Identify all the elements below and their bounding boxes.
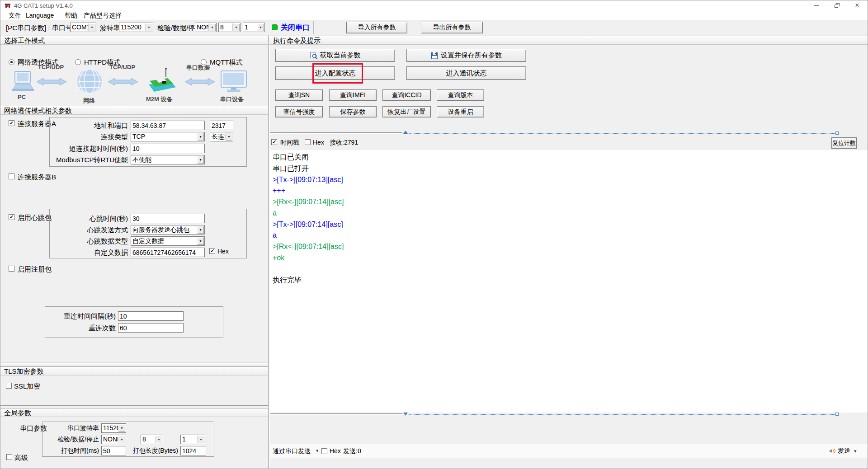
net-params-caption: 网络透传模式相关参数: [0, 106, 268, 115]
query-signal-button[interactable]: 查信号强度: [275, 106, 323, 117]
server-port-input[interactable]: 2317: [210, 121, 233, 130]
modbus-select[interactable]: 不使能 ▼: [131, 155, 205, 164]
hb-mode-select[interactable]: 向服务器发送心跳包 ▼: [131, 225, 205, 234]
send-via-serial-button[interactable]: 通过串口发送: [273, 447, 311, 455]
send-hex-label[interactable]: Hex: [330, 447, 341, 455]
hb-type-select[interactable]: 自定义数据 ▼: [131, 236, 205, 246]
reset-count-button[interactable]: 复位计数: [831, 137, 857, 149]
baud-select[interactable]: 115200 ▼: [119, 23, 153, 32]
databits-select[interactable]: 8 ▼: [218, 23, 241, 32]
reconnect-interval-input[interactable]: 10: [118, 311, 184, 321]
advanced-checkbox[interactable]: [6, 454, 12, 460]
send-hex-checkbox[interactable]: [321, 448, 327, 454]
chevron-down-icon[interactable]: ▼: [118, 424, 125, 432]
log-hex-checkbox[interactable]: [305, 139, 311, 145]
factory-reset-button[interactable]: 恢复出厂设置: [382, 106, 431, 117]
conn-type-select[interactable]: TCP ▼: [131, 132, 205, 141]
g-baud-select[interactable]: 115200 ▼: [101, 423, 126, 433]
short-timeout-input[interactable]: 10: [131, 144, 205, 153]
set-save-params-button[interactable]: 设置并保存所有参数: [406, 49, 526, 62]
query-sn-button[interactable]: 查询SN: [275, 89, 323, 101]
log-line: >[Rx<-][09:07:14][asc]: [273, 241, 868, 253]
close-serial-button[interactable]: 关闭串口: [281, 23, 310, 33]
splitter-end-box[interactable]: [835, 131, 839, 135]
log-hex-label[interactable]: Hex: [313, 139, 324, 146]
pack-len-input[interactable]: 1024: [180, 446, 206, 455]
com-port-select[interactable]: COM10 ▼: [70, 23, 96, 32]
menu-language[interactable]: Language: [26, 12, 54, 19]
chevron-down-icon[interactable]: ▼: [145, 23, 152, 31]
advanced-label[interactable]: 高级: [14, 454, 28, 462]
menu-product-select[interactable]: 产品型号选择: [84, 12, 122, 20]
hb-hex-label[interactable]: Hex: [217, 248, 229, 255]
g-stopbits-select[interactable]: 1 ▼: [180, 435, 205, 444]
close-button[interactable]: ×: [850, 0, 864, 10]
chevron-down-icon[interactable]: ▼: [232, 23, 240, 31]
save-params-button[interactable]: 保存参数: [329, 106, 377, 117]
g-databits-select[interactable]: 8 ▼: [141, 435, 163, 444]
server-b-checkbox[interactable]: [9, 174, 14, 179]
chevron-down-icon[interactable]: ▼: [197, 156, 204, 164]
arrow-icon: [185, 77, 215, 86]
splitter-bottom[interactable]: [270, 413, 402, 415]
arrow-icon: [37, 77, 66, 86]
hb-data-input[interactable]: 686561727462656174: [131, 248, 205, 257]
serial-status-dot: [272, 24, 278, 30]
hb-time-input[interactable]: 30: [131, 214, 205, 223]
radio-label-mqtt[interactable]: MQTT模式: [210, 58, 243, 67]
menu-help[interactable]: 帮助: [65, 12, 77, 20]
splitter-top[interactable]: [270, 132, 402, 134]
exec-caption: 执行命令及提示: [269, 36, 868, 45]
restore-button[interactable]: [830, 0, 844, 10]
splitter-arrow-icon[interactable]: [403, 413, 408, 416]
menu-file[interactable]: 文件: [9, 12, 21, 20]
chevron-down-icon[interactable]: ▼: [208, 23, 216, 31]
import-params-button[interactable]: 导入所有参数: [346, 22, 407, 33]
chevron-down-icon[interactable]: ▼: [197, 133, 204, 141]
minimize-button[interactable]: [810, 0, 823, 10]
g-parity-select[interactable]: NONE ▼: [101, 435, 126, 444]
export-params-button[interactable]: 导出所有参数: [421, 22, 483, 33]
enter-comm-button[interactable]: 进入通讯状态: [406, 66, 526, 80]
chevron-down-icon[interactable]: ▼: [155, 436, 162, 443]
get-params-button[interactable]: 获取当前参数: [275, 49, 395, 62]
server-b-label[interactable]: 连接服务器B: [18, 173, 56, 182]
radio-mode-transparent[interactable]: [9, 59, 14, 65]
radio-mode-httpd[interactable]: [75, 59, 81, 65]
ssl-checkbox[interactable]: [6, 383, 12, 389]
query-iccid-button[interactable]: 查询ICCID: [382, 89, 431, 101]
send-bar: 通过串口发送 ▾ Hex 发送:0 发送 ▾: [269, 444, 868, 458]
stopbits-select[interactable]: 1 ▼: [243, 23, 265, 32]
chevron-down-icon[interactable]: ▼: [197, 226, 204, 234]
chevron-down-icon[interactable]: ▼: [118, 436, 125, 443]
chevron-down-icon[interactable]: ▼: [225, 133, 232, 141]
regpack-label[interactable]: 启用注册包: [18, 265, 52, 274]
chevron-down-icon[interactable]: ▼: [257, 23, 264, 31]
timestamp-checkbox[interactable]: ✔: [271, 139, 277, 145]
server-a-checkbox[interactable]: ✔: [9, 120, 14, 126]
chevron-down-icon[interactable]: ▼: [197, 436, 204, 443]
timestamp-label[interactable]: 时间戳: [280, 139, 299, 147]
splitter-arrow-icon[interactable]: [403, 131, 408, 134]
log-line: 串口已关闭: [273, 152, 868, 163]
chevron-down-icon[interactable]: ▼: [88, 23, 95, 31]
keepalive-select[interactable]: 长连接 ▼: [210, 132, 233, 141]
server-addr-input[interactable]: 58.34.63.87: [131, 121, 205, 130]
parity-select[interactable]: NONE ▼: [195, 23, 217, 32]
chevron-down-icon[interactable]: ▼: [197, 237, 204, 245]
regpack-checkbox[interactable]: [9, 266, 14, 272]
query-version-button[interactable]: 查询版本: [437, 89, 484, 101]
hb-hex-checkbox[interactable]: ✔: [209, 248, 215, 254]
splitter-bottom-track[interactable]: [409, 414, 835, 415]
chevron-down-icon: ▾: [854, 448, 857, 454]
reconnect-count-input[interactable]: 60: [118, 323, 184, 333]
query-imei-button[interactable]: 查询IMEI: [329, 89, 377, 101]
splitter-top-track[interactable]: [409, 133, 835, 134]
log-output[interactable]: 串口已关闭串口已打开>[Tx->][09:07:13][asc]+++>[Rx<…: [269, 150, 868, 413]
ssl-label[interactable]: SSL加密: [14, 382, 40, 391]
chevron-down-icon[interactable]: ▾: [316, 448, 319, 454]
splitter-end-box[interactable]: [835, 413, 839, 416]
heartbeat-checkbox[interactable]: ✔: [9, 214, 14, 220]
device-reboot-button[interactable]: 设备重启: [437, 106, 484, 117]
send-button[interactable]: 发送 ▾: [829, 446, 863, 455]
